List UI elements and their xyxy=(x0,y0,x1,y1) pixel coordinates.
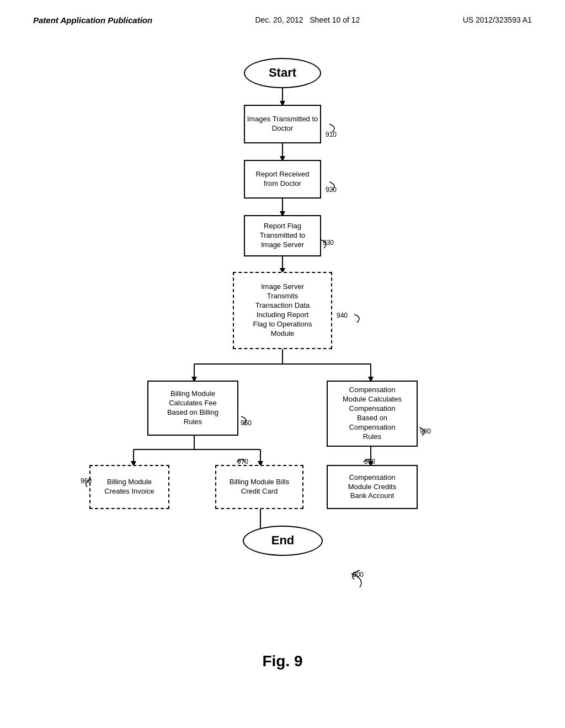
node-910: Images Transmitted to Doctor xyxy=(244,105,321,143)
patent-number: US 2012/323593 A1 xyxy=(463,15,532,24)
end-node: End xyxy=(243,526,323,556)
ref-960-bracket xyxy=(81,477,92,488)
page-header: Patent Application Publication Dec. 20, … xyxy=(0,0,565,30)
header-center: Dec. 20, 2012 Sheet 10 of 12 xyxy=(255,15,360,24)
node-980: CompensationModule CalculatesCompensatio… xyxy=(327,381,418,447)
flowchart-diagram: Start Images Transmitted to Doctor 910 R… xyxy=(45,41,520,681)
sheet-label: Sheet 10 of 12 xyxy=(310,15,360,24)
date-label: Dec. 20, 2012 xyxy=(255,15,303,24)
node-920: Report Receivedfrom Doctor xyxy=(244,160,321,199)
node-950: Billing ModuleCalculates FeeBased on Bil… xyxy=(147,381,238,436)
publication-label: Patent Application Publication xyxy=(33,15,152,25)
ref-940: 940 xyxy=(337,312,348,319)
ref-980: 980 xyxy=(420,427,431,435)
node-960: Billing ModuleCreates Invoice xyxy=(89,465,169,509)
ref-930: 930 xyxy=(323,239,334,247)
ref-990-arc xyxy=(361,454,373,464)
ref-970-arc xyxy=(234,454,246,464)
node-930: Report FlagTransmitted toImage Server xyxy=(244,215,321,256)
start-node: Start xyxy=(244,58,321,88)
ref-950: 950 xyxy=(241,419,252,427)
node-970: Billing Module BillsCredit Card xyxy=(215,465,303,509)
ref-920: 920 xyxy=(326,186,337,194)
node-990: CompensationModule CreditsBank Account xyxy=(327,465,418,509)
ref-900-arc xyxy=(346,568,363,581)
figure-label: Fig. 9 xyxy=(45,647,520,670)
node-940: Image ServerTransmitsTransaction DataInc… xyxy=(233,272,332,349)
ref-910: 910 xyxy=(326,131,337,138)
